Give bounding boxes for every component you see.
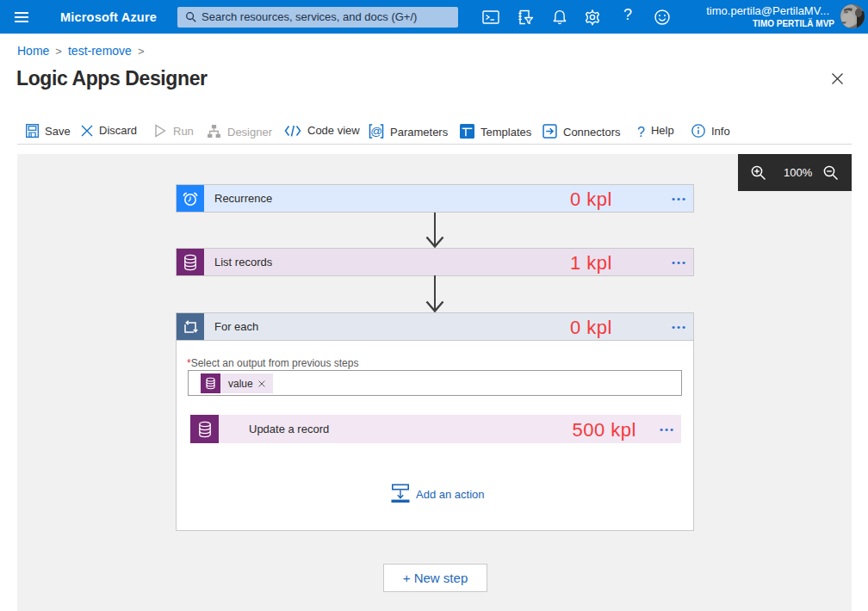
svg-text:@: @: [370, 125, 382, 138]
